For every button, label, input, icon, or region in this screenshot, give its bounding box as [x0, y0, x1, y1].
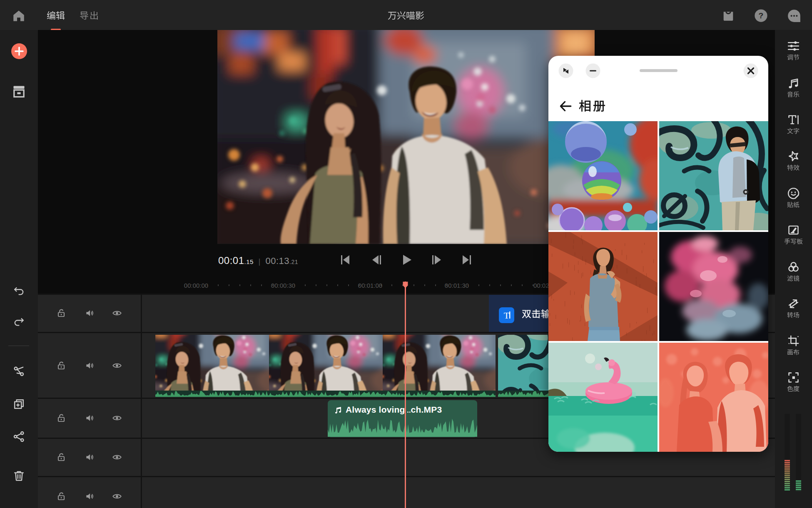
- svg-text:00:00:30: 00:00:30: [271, 282, 295, 289]
- svg-text:00:01:30: 00:01:30: [445, 282, 469, 289]
- svg-text:00:00:00: 00:00:00: [184, 282, 208, 289]
- svg-text:T: T: [504, 310, 510, 321]
- svg-text:00:01:00: 00:01:00: [358, 282, 382, 289]
- svg-text:?: ?: [759, 11, 764, 20]
